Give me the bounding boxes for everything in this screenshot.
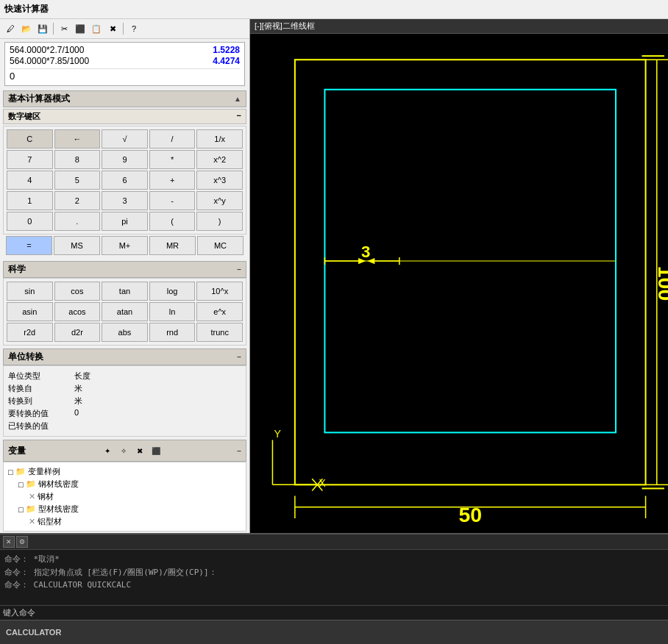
btn-8[interactable]: 8 (54, 150, 101, 169)
btn-asin[interactable]: asin (7, 302, 53, 321)
btn-trunc[interactable]: trunc (196, 323, 243, 342)
btn-ln[interactable]: ln (149, 302, 196, 321)
var-root-label: 变量样例 (28, 466, 60, 477)
btn-0[interactable]: 0 (7, 212, 53, 231)
btn-mr[interactable]: MR (149, 236, 196, 255)
paste-btn[interactable]: 📋 (89, 21, 104, 36)
btn-sq3[interactable]: x^3 (196, 171, 243, 190)
copy-btn[interactable]: ⬛ (73, 21, 88, 36)
btn-r2d[interactable]: r2d (7, 323, 53, 342)
btn-acos[interactable]: acos (54, 302, 101, 321)
cmd-input-field[interactable] (38, 608, 665, 618)
delete-btn[interactable]: ✖ (105, 21, 120, 36)
basic-collapse-icon: ▲ (234, 95, 241, 103)
help-btn[interactable]: ? (127, 21, 141, 36)
var-del-btn[interactable]: ✖ (132, 443, 147, 458)
btn-dot[interactable]: . (54, 212, 101, 231)
var-steel-var-label: 钢材 (38, 491, 54, 502)
basic-section-header[interactable]: 基本计算器模式 ▲ (3, 90, 246, 107)
cmd-line-2: 命令： 指定对角点或 [栏选(F)/圈围(WP)/圈交(CP)]： (4, 566, 664, 579)
btn-lparen[interactable]: ( (149, 212, 196, 231)
btn-cos[interactable]: cos (54, 282, 101, 301)
unit-to-value: 米 (74, 396, 82, 407)
unit-from-label: 转换自 (8, 383, 74, 394)
unit-label: 单位转换 (8, 351, 43, 363)
var-header[interactable]: 变量 ✦ ✧ ✖ ⬛ − (3, 440, 246, 462)
var-item-alu-var[interactable]: ✕ 铝型材 (8, 515, 241, 528)
cad-title-text: [-][俯视]二维线框 (255, 21, 315, 30)
btn-10px[interactable]: 10^x (196, 282, 243, 301)
var-item-root[interactable]: □ 📁 变量样例 (8, 465, 241, 478)
var-new-btn[interactable]: ✦ (100, 443, 115, 458)
var-folder-icon-profile: 📁 (26, 504, 36, 514)
btn-inv[interactable]: 1/x (196, 129, 243, 149)
btn-sqrt[interactable]: √ (102, 129, 148, 149)
btn-4[interactable]: 4 (7, 171, 53, 190)
btn-sub[interactable]: - (149, 191, 196, 210)
var-item-profile[interactable]: □ 📁 型材线密度 (8, 503, 241, 515)
sci-header[interactable]: 科学 − (3, 261, 246, 278)
btn-add[interactable]: + (149, 171, 196, 190)
btn-backspace[interactable]: ← (54, 129, 101, 149)
open-btn[interactable]: 📂 (19, 21, 34, 36)
cmd-close-btn[interactable]: ✕ (3, 536, 15, 548)
var-item-steel-var[interactable]: ✕ 钢材 (8, 490, 241, 503)
btn-6[interactable]: 6 (102, 171, 148, 190)
unit-output-label: 已转换的值 (8, 421, 74, 432)
btn-ms[interactable]: MS (54, 236, 100, 255)
memory-row: = MS M+ MR MC (3, 235, 246, 258)
btn-2[interactable]: 2 (54, 191, 101, 210)
cad-viewport[interactable]: 100 50 3 (250, 34, 668, 533)
btn-log[interactable]: log (149, 282, 196, 301)
unit-input-row: 要转换的值 0 (8, 408, 241, 419)
btn-xpy[interactable]: x^y (196, 191, 243, 210)
cad-title: [-][俯视]二维线框 (250, 19, 668, 34)
btn-5[interactable]: 5 (54, 171, 101, 190)
unit-type-value: 长度 (74, 371, 90, 382)
sci-collapse-icon: − (237, 265, 241, 273)
btn-3[interactable]: 3 (102, 191, 148, 210)
var-alu-var-label: 铝型材 (38, 516, 62, 527)
save-btn[interactable]: 💾 (35, 21, 50, 36)
new-btn[interactable]: 🖊 (3, 21, 18, 36)
btn-d2r[interactable]: d2r (54, 323, 101, 342)
btn-div[interactable]: / (149, 129, 196, 149)
current-value: 0 (10, 71, 15, 82)
calc-title: 快速计算器 (4, 4, 49, 14)
cmd-prompt-label: 键入命令 (3, 607, 35, 618)
svg-text:3: 3 (361, 243, 370, 261)
btn-mul[interactable]: * (149, 150, 196, 169)
cut-btn[interactable]: ✂ (57, 21, 71, 36)
btn-equals[interactable]: = (6, 236, 52, 255)
display-current[interactable]: 0 (10, 68, 240, 83)
btn-tan[interactable]: tan (102, 282, 148, 301)
btn-7[interactable]: 7 (7, 150, 53, 169)
btn-atan[interactable]: atan (102, 302, 148, 321)
btn-mplus[interactable]: M+ (102, 236, 148, 255)
history-expr-1: 564.0000*2.7/1000 (10, 45, 84, 55)
var-expand-steel: □ (18, 480, 24, 489)
btn-1[interactable]: 1 (7, 191, 53, 210)
btn-rnd[interactable]: rnd (149, 323, 196, 342)
history-expr-2: 564.0000*7.85/1000 (10, 56, 89, 66)
var-return-btn[interactable]: ⬛ (149, 443, 163, 458)
btn-rparen[interactable]: ) (196, 212, 243, 231)
btn-abs[interactable]: abs (102, 323, 148, 342)
btn-9[interactable]: 9 (102, 150, 148, 169)
unit-header[interactable]: 单位转换 − (3, 348, 246, 365)
btn-mc[interactable]: MC (197, 236, 244, 255)
btn-pi[interactable]: pi (102, 212, 148, 231)
unit-table: 单位类型 长度 转换自 米 转换到 米 要转换的值 0 已转换的值 (3, 365, 246, 437)
btn-C[interactable]: C (7, 129, 53, 149)
calc-toolbar: 🖊 📂 💾 ✂ ⬛ 📋 ✖ ? (0, 19, 249, 39)
btn-epx[interactable]: e^x (196, 302, 243, 321)
unit-type-label: 单位类型 (8, 371, 74, 382)
svg-rect-0 (295, 60, 646, 484)
cmd-settings-btn[interactable]: ⚙ (16, 536, 28, 548)
var-x-icon-alu: ✕ (29, 517, 35, 526)
var-item-steel[interactable]: □ 📁 钢材线密度 (8, 478, 241, 490)
btn-sq2[interactable]: x^2 (196, 150, 243, 169)
var-section: 变量 ✦ ✧ ✖ ⬛ − □ 📁 变量样例 □ 📁 钢材线密度 (3, 440, 246, 532)
var-edit-btn[interactable]: ✧ (116, 443, 131, 458)
btn-sin[interactable]: sin (7, 282, 53, 301)
